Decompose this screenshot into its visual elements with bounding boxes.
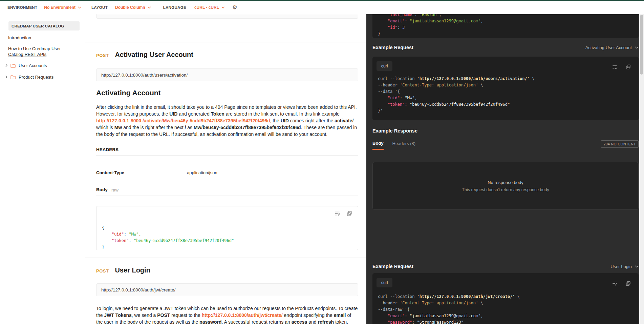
curl-snippet-code: curl --location 'http://127.0.0.1:8000/a… <box>378 293 520 324</box>
scrollbar-thumb[interactable] <box>640 15 643 75</box>
example-request-selector[interactable]: User Login <box>610 264 639 269</box>
empty-response-title: No response body <box>488 180 523 185</box>
language-dropdown[interactable]: cURL - cURL <box>194 5 225 10</box>
selector-value: User Login <box>610 264 632 269</box>
curl-snippet-card: curl curl --location 'http://127.0.0.1:8… <box>372 57 639 120</box>
endpoint-url: http://127.0.0.1:8000/auth/users/activat… <box>101 73 188 78</box>
copy-icon[interactable] <box>346 210 352 217</box>
selector-value: Activating User Account <box>585 45 632 50</box>
section-divider <box>85 42 366 42</box>
settings-gear-icon[interactable]: ⚙ <box>232 5 237 10</box>
empty-response-card: No response body This request doesn't re… <box>372 162 639 210</box>
method-badge: POST <box>96 53 109 58</box>
endpoint-title: Activating User Account <box>115 51 193 59</box>
layout-label: LAYOUT <box>91 5 108 9</box>
headers-section-title: HEADERS <box>96 147 119 152</box>
body-mode-label: raw <box>111 187 119 193</box>
sidebar-folder-label: Product Requests <box>19 75 53 80</box>
curl-language-tab[interactable]: curl <box>377 61 392 71</box>
previous-response-json: "last_name": "Hassan", "email": "jamilal… <box>378 14 483 37</box>
folder-icon <box>10 75 16 79</box>
response-tabs-row: Body Headers (8) 204 NO CONTENT <box>372 140 639 150</box>
copy-icon[interactable] <box>625 64 631 70</box>
example-request-label: Example Request <box>372 264 413 269</box>
chevron-right-icon[interactable] <box>5 64 7 67</box>
example-response-label: Example Response <box>372 128 417 134</box>
wrap-text-icon[interactable] <box>334 210 340 217</box>
code-examples-panel: "last_name": "Hassan", "email": "jamilal… <box>366 14 644 324</box>
wrap-text-icon[interactable] <box>612 64 618 70</box>
language-label: LANGUAGE <box>163 5 186 9</box>
curl-language-tab[interactable]: curl <box>377 278 392 287</box>
tab-body[interactable]: Body <box>372 141 384 150</box>
settings-toolbar: ENVIRONMENT No Environment LAYOUT Double… <box>0 1 644 14</box>
sidebar-item-how-to-use[interactable]: How to Use Credmap User Catalog REST API… <box>8 46 73 57</box>
wrap-text-icon[interactable] <box>612 281 618 286</box>
body-section-divider <box>96 196 358 196</box>
headers-section-divider <box>96 155 358 156</box>
layout-dropdown[interactable]: Double Column <box>115 5 151 10</box>
endpoint-url-box: http://127.0.0.1:8000/auth/jwt/create/ <box>96 283 358 296</box>
section-heading: Activating Account <box>96 89 161 97</box>
method-badge: POST <box>96 268 109 274</box>
curl-snippet-code: curl --location 'http://127.0.0.1:8000/a… <box>378 76 534 114</box>
catalog-title-box[interactable]: CREDMAP USER CATALOG <box>8 21 80 31</box>
sidebar: CREDMAP USER CATALOG Introduction How to… <box>0 14 85 324</box>
chevron-down-icon <box>635 265 639 268</box>
example-request-row: Example Request User Login <box>372 264 639 269</box>
chevron-down-icon <box>635 46 639 49</box>
language-dropdown-value: cURL - cURL <box>194 5 219 10</box>
sidebar-item-introduction[interactable]: Introduction <box>8 35 85 41</box>
section-divider <box>85 258 366 258</box>
sidebar-item-user-accounts[interactable]: User Accounts <box>5 62 85 69</box>
environment-label: ENVIRONMENT <box>7 5 37 9</box>
example-request-row: Example Request Activating User Account <box>372 45 639 50</box>
chevron-down-icon <box>148 6 151 8</box>
copy-icon[interactable] <box>625 281 631 286</box>
environment-dropdown[interactable]: No Environment <box>44 5 81 10</box>
status-badge: 204 NO CONTENT <box>601 140 639 148</box>
environment-dropdown-value: No Environment <box>44 5 76 10</box>
documentation-column: POST Activating User Account http://127.… <box>85 14 366 324</box>
endpoint-url-box: http://127.0.0.1:8000/auth/users/activat… <box>96 68 358 81</box>
description-paragraph: To login, we need to generate a JWT toke… <box>96 305 358 324</box>
empty-response-subtitle: This request doesn't return any response… <box>462 187 549 192</box>
layout-dropdown-value: Double Column <box>115 5 145 10</box>
header-value: application/json <box>187 170 217 175</box>
description-paragraph: After clicking the link in the email, it… <box>96 104 358 138</box>
example-response-row: Example Response <box>372 128 639 134</box>
header-key: Content-Type <box>96 170 124 175</box>
catalog-title: CREDMAP USER CATALOG <box>12 24 64 28</box>
endpoint-title: User Login <box>115 266 150 274</box>
scrollbar-track[interactable] <box>639 14 644 324</box>
chevron-right-icon[interactable] <box>5 75 7 79</box>
example-request-selector[interactable]: Activating User Account <box>585 45 639 50</box>
previous-response-code-block: "last_name": "Hassan", "email": "jamilal… <box>372 14 639 38</box>
chevron-down-icon <box>221 6 225 8</box>
body-section-title: Body <box>96 187 108 192</box>
example-request-label: Example Request <box>372 45 413 50</box>
endpoint-header-activating: POST Activating User Account <box>96 51 193 59</box>
request-body-json: { "uid": "Mw", "token": "beu46y-5cdd9b24… <box>102 225 234 250</box>
endpoint-header-user-login: POST User Login <box>96 266 150 274</box>
endpoint-url: http://127.0.0.1:8000/auth/jwt/create/ <box>101 287 175 292</box>
sidebar-item-product-requests[interactable]: Product Requests <box>5 74 85 80</box>
chevron-down-icon <box>78 6 81 8</box>
window-top-strip <box>0 0 644 1</box>
folder-icon <box>10 63 16 68</box>
request-body-code-block: { "uid": "Mw", "token": "beu46y-5cdd9b24… <box>96 206 358 250</box>
curl-snippet-card: curl curl --location 'http://127.0.0.1:8… <box>372 273 639 324</box>
tab-headers[interactable]: Headers (8) <box>392 141 416 149</box>
sidebar-folder-label: User Accounts <box>19 63 47 68</box>
